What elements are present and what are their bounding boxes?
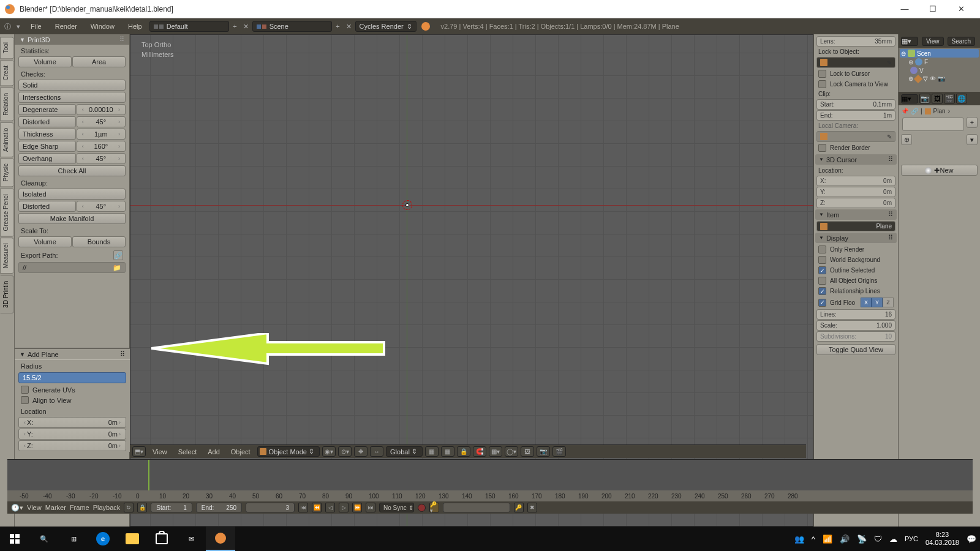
prop-tab-layers[interactable]: 🖼	[932, 94, 943, 103]
tray-notifications-icon[interactable]: 💬	[967, 534, 976, 544]
menu-window[interactable]: Window	[85, 23, 121, 30]
tl-playback[interactable]: Playback	[93, 504, 121, 511]
item-header[interactable]: ▼Item⠿	[815, 209, 897, 220]
close-button[interactable]: ✕	[947, 0, 975, 18]
edge-sharp-button[interactable]: Edge Sharp	[18, 141, 76, 152]
relationship-lines-check[interactable]: ✓Relationship Lines	[815, 286, 897, 296]
tl-jump-end-icon[interactable]: ⏭	[366, 503, 375, 512]
screen-layout-dropdown[interactable]: Default	[149, 21, 229, 32]
tray-volume-icon[interactable]: 🔊	[840, 534, 850, 544]
tl-jump-start-icon[interactable]: ⏮	[298, 503, 308, 512]
render-engine-dropdown[interactable]: Cycles Render⇕	[355, 21, 417, 32]
tab-measure[interactable]: Measurei	[0, 238, 14, 274]
intersections-button[interactable]: Intersections	[18, 92, 126, 103]
layout-remove-icon[interactable]: ✕	[241, 21, 251, 31]
link-icon[interactable]: 🔗	[911, 108, 918, 114]
lock-cursor-check[interactable]: Lock to Cursor	[815, 69, 897, 79]
make-manifold-button[interactable]: Make Manifold	[18, 213, 126, 224]
edge-sharp-value[interactable]: ‹160°›	[77, 141, 126, 152]
store-icon[interactable]	[147, 527, 176, 551]
timeline-track[interactable]	[7, 460, 973, 490]
tab-physics[interactable]: Physic	[0, 158, 14, 187]
manipulator-translate-icon[interactable]: ↔	[370, 446, 383, 457]
opengl-anim-icon[interactable]: 🎬	[552, 446, 566, 457]
task-view-button[interactable]: ⊞	[59, 527, 88, 551]
isolated-button[interactable]: Isolated	[18, 189, 126, 200]
layers-button-2[interactable]: ▦	[441, 446, 454, 457]
prop-tab-scene[interactable]: 🎬	[944, 94, 955, 103]
3dview-view[interactable]: View	[148, 448, 172, 455]
cursor-z[interactable]: Z:0m	[816, 198, 895, 208]
degenerate-value[interactable]: ‹0.00010›	[77, 104, 126, 115]
outliner-view-menu[interactable]: View	[922, 37, 944, 46]
slot-add-icon[interactable]: +	[967, 117, 978, 128]
prop-tab-world[interactable]: 🌐	[956, 94, 967, 103]
tl-start[interactable]: Start:1	[151, 503, 192, 512]
operator-header[interactable]: ▼Add Plane⠿	[15, 348, 130, 360]
scene-remove-icon[interactable]: ✕	[344, 21, 354, 31]
snap-target-icon[interactable]: ▦▾	[489, 446, 502, 457]
tab-animation[interactable]: Animatio	[0, 122, 14, 157]
tl-sync-dropdown[interactable]: No Sync ⇕	[379, 503, 414, 512]
material-browse-icon[interactable]: ⊕	[901, 134, 912, 145]
opengl-render-icon[interactable]: 📷	[537, 446, 550, 457]
tray-clock[interactable]: 8:23 04.03.2018	[925, 531, 959, 547]
tab-3d-printing[interactable]: 3D Printin	[0, 276, 14, 313]
export-path-field[interactable]: //📁	[18, 262, 126, 273]
outliner-search-menu[interactable]: Search	[948, 37, 976, 46]
distorted-value[interactable]: ‹45°›	[77, 116, 126, 127]
proportional-icon[interactable]: ◯▾	[505, 446, 518, 457]
tray-network-icon[interactable]: 📶	[823, 534, 832, 544]
cursor-y[interactable]: Y:0m	[816, 187, 895, 197]
minimize-button[interactable]: —	[891, 0, 919, 18]
lock-layers-icon[interactable]: 🔒	[457, 446, 470, 457]
menu-render[interactable]: Render	[49, 23, 83, 30]
grid-scale[interactable]: Scale:1.000	[816, 320, 895, 331]
start-button[interactable]	[0, 527, 29, 551]
mode-dropdown[interactable]: Object Mode ⇕	[257, 446, 320, 457]
volume2-button[interactable]: Volume	[18, 236, 72, 247]
tray-people-icon[interactable]: 👥	[794, 534, 804, 544]
outliner-tree[interactable]: ⊖Scen ⊕F V ⊕▽👁📷	[899, 48, 980, 92]
loc-z[interactable]: ‹Z:0m›	[18, 440, 126, 451]
tray-onedrive-icon[interactable]: ☁	[889, 534, 897, 544]
timeline-editor-icon[interactable]: 🕐▾	[11, 504, 23, 512]
tl-keyframe-prev-icon[interactable]: ⏪	[312, 503, 322, 512]
tl-delete-key-icon[interactable]: ✖	[527, 503, 537, 512]
local-camera-field[interactable]: ✎	[816, 131, 895, 142]
degenerate-button[interactable]: Degenerate	[18, 104, 76, 115]
timeline-ruler[interactable]: -50-40-30-20-100102030405060708090100110…	[7, 490, 973, 501]
distorted2-button[interactable]: Distorted	[18, 201, 76, 212]
outliner-editor-icon[interactable]: ▦▾	[901, 37, 918, 46]
thickness-button[interactable]: Thickness	[18, 129, 76, 140]
edge-icon[interactable]: e	[88, 527, 118, 551]
axis-y-button[interactable]: Y	[872, 298, 883, 307]
item-name-field[interactable]: Plane	[816, 221, 895, 231]
display-header[interactable]: ▼Display⠿	[815, 233, 897, 243]
volume-button[interactable]: Volume	[18, 56, 72, 67]
loc-y[interactable]: ‹Y:0m›	[18, 429, 126, 440]
scene-add-icon[interactable]: +	[333, 21, 343, 31]
tl-autokeying-icon[interactable]	[418, 504, 426, 512]
scene-dropdown[interactable]: Scene	[252, 21, 332, 32]
tl-play-rev-icon[interactable]: ◁	[325, 503, 335, 512]
tab-relations[interactable]: Relation	[0, 88, 14, 121]
print3d-header[interactable]: ▼Print3D⠿	[15, 34, 129, 45]
world-bg-check[interactable]: World Background	[815, 255, 897, 265]
thickness-value[interactable]: ‹1µm›	[77, 129, 126, 140]
properties-breadcrumb[interactable]: 📌 🔗 | Plan›	[901, 108, 978, 114]
mail-icon[interactable]: ✉	[176, 527, 206, 551]
axis-x-button[interactable]: X	[861, 298, 872, 307]
clip-end[interactable]: End:1m	[816, 110, 895, 121]
tray-lang[interactable]: РУС	[905, 535, 918, 542]
generate-uvs-check[interactable]: Generate UVs	[15, 384, 130, 395]
3dview-add[interactable]: Add	[203, 448, 224, 455]
grid-subdiv[interactable]: Subdivisions:10	[816, 331, 895, 342]
tl-range-icon[interactable]: ↻	[124, 503, 134, 512]
blender-taskbar-icon[interactable]	[206, 527, 235, 551]
tl-frame[interactable]: Frame	[70, 504, 89, 511]
tab-grease-pencil[interactable]: Grease Penci	[0, 189, 14, 237]
distorted2-value[interactable]: ‹45°›	[77, 201, 126, 212]
tray-up-icon[interactable]: ^	[812, 534, 815, 544]
editor-type-icon[interactable]: ⓘ	[2, 21, 12, 31]
